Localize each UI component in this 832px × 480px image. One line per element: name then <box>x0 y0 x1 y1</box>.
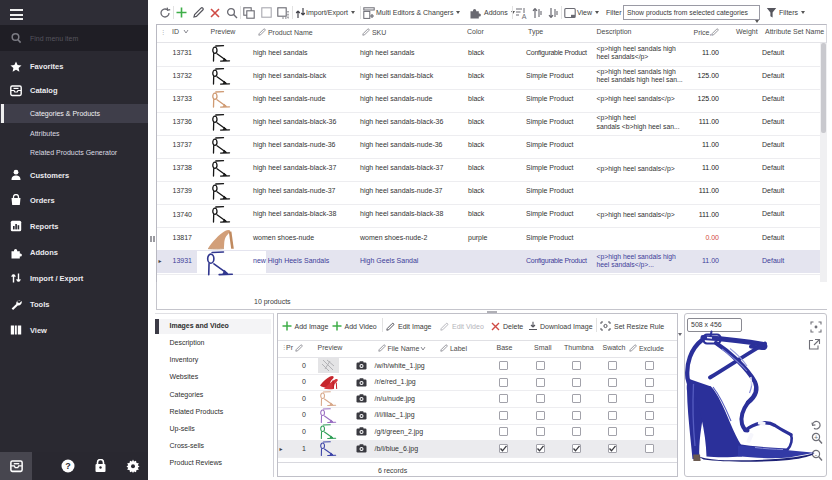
svg-text:?: ? <box>65 461 71 471</box>
svg-text:A: A <box>522 12 527 19</box>
